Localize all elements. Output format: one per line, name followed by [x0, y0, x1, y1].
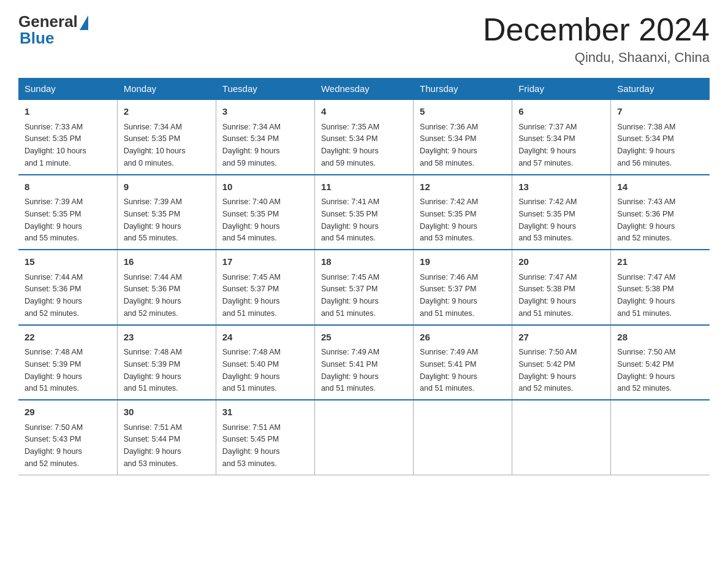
- page-header: General Blue December 2024 Qindu, Shaanx…: [18, 12, 710, 66]
- day-info: Sunrise: 7:40 AMSunset: 5:35 PMDaylight:…: [222, 197, 281, 242]
- day-info: Sunrise: 7:50 AMSunset: 5:42 PMDaylight:…: [617, 348, 675, 393]
- day-number: 8: [25, 180, 111, 194]
- day-number: 20: [518, 255, 604, 269]
- calendar-cell: 22Sunrise: 7:48 AMSunset: 5:39 PMDayligh…: [18, 325, 117, 400]
- week-row-1: 1Sunrise: 7:33 AMSunset: 5:35 PMDaylight…: [18, 99, 710, 175]
- day-number: 21: [617, 255, 703, 269]
- location-subtitle: Qindu, Shaanxi, China: [483, 50, 710, 66]
- day-info: Sunrise: 7:38 AMSunset: 5:34 PMDaylight:…: [617, 123, 675, 167]
- day-number: 25: [321, 331, 407, 345]
- logo-triangle-icon: [80, 15, 88, 30]
- logo-blue-text: Blue: [20, 29, 54, 48]
- day-info: Sunrise: 7:49 AMSunset: 5:41 PMDaylight:…: [321, 348, 379, 393]
- calendar-cell: 13Sunrise: 7:42 AMSunset: 5:35 PMDayligh…: [512, 175, 611, 250]
- calendar-cell: 28Sunrise: 7:50 AMSunset: 5:42 PMDayligh…: [611, 325, 710, 400]
- day-info: Sunrise: 7:48 AMSunset: 5:39 PMDaylight:…: [25, 348, 83, 393]
- calendar-cell: 29Sunrise: 7:50 AMSunset: 5:43 PMDayligh…: [18, 400, 117, 475]
- calendar-cell: 8Sunrise: 7:39 AMSunset: 5:35 PMDaylight…: [18, 175, 117, 250]
- calendar-cell: 30Sunrise: 7:51 AMSunset: 5:44 PMDayligh…: [117, 400, 216, 475]
- week-row-3: 15Sunrise: 7:44 AMSunset: 5:36 PMDayligh…: [18, 250, 710, 325]
- calendar-cell: 19Sunrise: 7:46 AMSunset: 5:37 PMDayligh…: [414, 250, 512, 325]
- day-info: Sunrise: 7:44 AMSunset: 5:36 PMDaylight:…: [25, 273, 83, 318]
- day-number: 29: [25, 405, 111, 419]
- week-row-4: 22Sunrise: 7:48 AMSunset: 5:39 PMDayligh…: [18, 325, 710, 400]
- day-number: 24: [222, 331, 308, 345]
- month-year-title: December 2024: [483, 12, 710, 47]
- day-info: Sunrise: 7:47 AMSunset: 5:38 PMDaylight:…: [617, 273, 675, 318]
- day-number: 6: [518, 105, 604, 119]
- calendar-cell: 7Sunrise: 7:38 AMSunset: 5:34 PMDaylight…: [611, 99, 710, 175]
- week-row-5: 29Sunrise: 7:50 AMSunset: 5:43 PMDayligh…: [18, 400, 710, 475]
- day-info: Sunrise: 7:33 AMSunset: 5:35 PMDaylight:…: [25, 123, 86, 167]
- day-number: 7: [617, 105, 703, 119]
- header-saturday: Saturday: [611, 79, 710, 100]
- day-number: 9: [124, 180, 210, 194]
- header-tuesday: Tuesday: [216, 79, 314, 100]
- calendar-header-row: SundayMondayTuesdayWednesdayThursdayFrid…: [18, 79, 710, 100]
- day-info: Sunrise: 7:50 AMSunset: 5:43 PMDaylight:…: [25, 423, 83, 468]
- logo: General Blue: [18, 12, 88, 48]
- day-number: 26: [420, 331, 506, 345]
- day-number: 2: [124, 105, 210, 119]
- header-thursday: Thursday: [414, 79, 512, 100]
- day-number: 15: [25, 255, 111, 269]
- calendar-cell: 27Sunrise: 7:50 AMSunset: 5:42 PMDayligh…: [512, 325, 611, 400]
- calendar-cell: 1Sunrise: 7:33 AMSunset: 5:35 PMDaylight…: [18, 99, 117, 175]
- day-number: 31: [222, 405, 308, 419]
- day-number: 5: [420, 105, 506, 119]
- day-info: Sunrise: 7:46 AMSunset: 5:37 PMDaylight:…: [420, 273, 478, 318]
- day-number: 13: [518, 180, 604, 194]
- day-info: Sunrise: 7:37 AMSunset: 5:34 PMDaylight:…: [518, 123, 577, 167]
- day-info: Sunrise: 7:48 AMSunset: 5:40 PMDaylight:…: [222, 348, 281, 393]
- day-info: Sunrise: 7:36 AMSunset: 5:34 PMDaylight:…: [420, 123, 478, 167]
- day-number: 28: [617, 331, 703, 345]
- day-number: 11: [321, 180, 407, 194]
- day-number: 19: [420, 255, 506, 269]
- day-info: Sunrise: 7:51 AMSunset: 5:44 PMDaylight:…: [124, 423, 182, 468]
- header-wednesday: Wednesday: [314, 79, 413, 100]
- day-info: Sunrise: 7:39 AMSunset: 5:35 PMDaylight:…: [124, 197, 182, 242]
- day-number: 1: [25, 105, 111, 119]
- day-number: 10: [222, 180, 308, 194]
- calendar-cell: 15Sunrise: 7:44 AMSunset: 5:36 PMDayligh…: [18, 250, 117, 325]
- day-info: Sunrise: 7:49 AMSunset: 5:41 PMDaylight:…: [420, 348, 478, 393]
- day-number: 30: [124, 405, 210, 419]
- day-info: Sunrise: 7:48 AMSunset: 5:39 PMDaylight:…: [124, 348, 182, 393]
- day-info: Sunrise: 7:45 AMSunset: 5:37 PMDaylight:…: [321, 273, 379, 318]
- calendar-cell: 23Sunrise: 7:48 AMSunset: 5:39 PMDayligh…: [117, 325, 216, 400]
- day-info: Sunrise: 7:51 AMSunset: 5:45 PMDaylight:…: [222, 423, 281, 468]
- calendar-cell: 21Sunrise: 7:47 AMSunset: 5:38 PMDayligh…: [611, 250, 710, 325]
- calendar-cell: 2Sunrise: 7:34 AMSunset: 5:35 PMDaylight…: [117, 99, 216, 175]
- day-info: Sunrise: 7:47 AMSunset: 5:38 PMDaylight:…: [518, 273, 577, 318]
- calendar-cell: 11Sunrise: 7:41 AMSunset: 5:35 PMDayligh…: [314, 175, 413, 250]
- calendar-cell: 31Sunrise: 7:51 AMSunset: 5:45 PMDayligh…: [216, 400, 314, 475]
- calendar-cell: 26Sunrise: 7:49 AMSunset: 5:41 PMDayligh…: [414, 325, 512, 400]
- calendar-cell: 3Sunrise: 7:34 AMSunset: 5:34 PMDaylight…: [216, 99, 314, 175]
- day-info: Sunrise: 7:34 AMSunset: 5:34 PMDaylight:…: [222, 123, 281, 167]
- header-sunday: Sunday: [18, 79, 117, 100]
- calendar-cell: 24Sunrise: 7:48 AMSunset: 5:40 PMDayligh…: [216, 325, 314, 400]
- calendar-cell: 4Sunrise: 7:35 AMSunset: 5:34 PMDaylight…: [314, 99, 413, 175]
- calendar-cell: 18Sunrise: 7:45 AMSunset: 5:37 PMDayligh…: [314, 250, 413, 325]
- header-monday: Monday: [117, 79, 216, 100]
- day-number: 3: [222, 105, 308, 119]
- day-number: 27: [518, 331, 604, 345]
- calendar-cell: 12Sunrise: 7:42 AMSunset: 5:35 PMDayligh…: [414, 175, 512, 250]
- day-number: 4: [321, 105, 407, 119]
- calendar-cell: 14Sunrise: 7:43 AMSunset: 5:36 PMDayligh…: [611, 175, 710, 250]
- calendar-cell: [414, 400, 512, 475]
- calendar-cell: 17Sunrise: 7:45 AMSunset: 5:37 PMDayligh…: [216, 250, 314, 325]
- day-info: Sunrise: 7:34 AMSunset: 5:35 PMDaylight:…: [124, 123, 186, 167]
- day-number: 18: [321, 255, 407, 269]
- day-info: Sunrise: 7:45 AMSunset: 5:37 PMDaylight:…: [222, 273, 281, 318]
- day-info: Sunrise: 7:39 AMSunset: 5:35 PMDaylight:…: [25, 197, 83, 242]
- header-friday: Friday: [512, 79, 611, 100]
- day-number: 16: [124, 255, 210, 269]
- day-info: Sunrise: 7:42 AMSunset: 5:35 PMDaylight:…: [518, 197, 577, 242]
- day-info: Sunrise: 7:35 AMSunset: 5:34 PMDaylight:…: [321, 123, 379, 167]
- week-row-2: 8Sunrise: 7:39 AMSunset: 5:35 PMDaylight…: [18, 175, 710, 250]
- calendar-cell: 20Sunrise: 7:47 AMSunset: 5:38 PMDayligh…: [512, 250, 611, 325]
- calendar-cell: 9Sunrise: 7:39 AMSunset: 5:35 PMDaylight…: [117, 175, 216, 250]
- calendar-table: SundayMondayTuesdayWednesdayThursdayFrid…: [18, 78, 710, 475]
- calendar-cell: 10Sunrise: 7:40 AMSunset: 5:35 PMDayligh…: [216, 175, 314, 250]
